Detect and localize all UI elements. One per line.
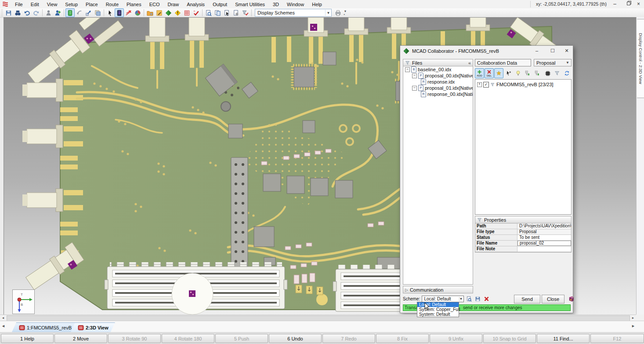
menu-place[interactable]: Place [82, 1, 102, 8]
tree-item-baseline[interactable]: − B baseline_00.idx [403, 66, 473, 73]
ok-diamond-icon[interactable] [164, 8, 173, 17]
display-wheel-icon[interactable] [133, 8, 142, 17]
fn-find-button[interactable]: 11 Find... [537, 334, 590, 343]
dialog-close-button[interactable]: ✕ [560, 46, 573, 55]
scroll-right-icon[interactable]: ► [630, 315, 636, 321]
scheme-option-local-default[interactable]: Local: Default [417, 302, 459, 307]
menu-output[interactable]: Output [209, 1, 231, 8]
mode-combo[interactable]: Proposal ▼ [534, 59, 572, 66]
tree-item-proposal-01[interactable]: − P proposal_01.idx[Native] [403, 85, 473, 91]
fn-help-button[interactable]: 1 Help [1, 334, 54, 343]
highlight-icon[interactable] [514, 68, 523, 78]
expand-section-icon[interactable]: ▷ [405, 288, 408, 292]
help-book-icon[interactable] [567, 295, 575, 303]
display-schemes-combo[interactable]: Display Schemes ▼ [255, 9, 332, 17]
tree-item-response-00[interactable]: R response_00.idx[Native] [403, 91, 473, 97]
find-icon[interactable] [13, 8, 22, 17]
undo-icon[interactable] [22, 8, 32, 17]
add-user-icon[interactable] [53, 8, 62, 17]
close-dialog-button[interactable]: Close [542, 295, 564, 304]
filter-check-icon[interactable] [241, 8, 250, 17]
show-modified-toggle[interactable] [494, 68, 503, 78]
restore-button[interactable] [623, 1, 630, 7]
tree-item-proposal-00[interactable]: − P proposal_00.idx[Native] [403, 73, 473, 79]
menu-edit[interactable]: Edit [27, 1, 43, 8]
tabs-scroll-left-icon[interactable]: ◄ [1, 324, 5, 328]
dialog-minimize-button[interactable]: – [530, 46, 543, 55]
chevron-down-icon[interactable]: ▼ [325, 10, 331, 16]
fn-move-button[interactable]: 2 Move [54, 334, 107, 343]
project-folder-icon[interactable] [145, 8, 155, 17]
menu-window[interactable]: Window [283, 1, 308, 8]
redo-icon[interactable] [32, 8, 41, 17]
checkbox-checked[interactable]: ✓ [483, 82, 489, 88]
tab-fmcomms5-revb[interactable]: 1:FMCOMMS5_revB [11, 322, 78, 333]
display-control-tab[interactable]: Display Control - 2:3D View [637, 19, 644, 98]
preview-scheme-icon[interactable] [465, 295, 473, 303]
collapse-panel-icon[interactable]: « [468, 60, 471, 66]
board-dark-icon[interactable] [115, 8, 124, 17]
page-select-icon[interactable] [222, 8, 232, 17]
collapse-tree-icon[interactable] [523, 68, 532, 78]
show-added-toggle[interactable]: ADD [475, 68, 484, 78]
tab-3d-view[interactable]: 2:3D View [70, 322, 115, 333]
menu-help[interactable]: Help [308, 1, 326, 8]
menu-eco[interactable]: ECO [145, 1, 164, 8]
menu-draw[interactable]: Draw [163, 1, 183, 8]
expand-node-icon[interactable]: + [477, 82, 482, 87]
delete-scheme-icon[interactable] [482, 295, 490, 303]
horizontal-scrollbar[interactable]: ◄ ► [0, 315, 636, 321]
files-panel-header[interactable]: Files « [403, 59, 473, 66]
save-scheme-icon[interactable] [474, 295, 481, 303]
copy-pages-icon[interactable] [213, 8, 222, 17]
properties-header[interactable]: Properties [475, 216, 572, 223]
drc-check-icon[interactable] [192, 8, 201, 17]
property-row-filenote[interactable]: File Note [475, 246, 571, 252]
property-row-filename[interactable]: File Nameproposal_02 [475, 241, 571, 246]
fn-undo-button[interactable]: 6 Undo [269, 334, 322, 343]
show-deleted-toggle[interactable]: DEL [485, 68, 494, 78]
toolbar-overflow-icon[interactable]: ▼▪ [343, 8, 348, 17]
zoom-page-icon[interactable] [204, 8, 213, 17]
save-icon[interactable] [4, 8, 13, 17]
send-button[interactable]: Send [514, 295, 540, 304]
board-view-icon[interactable] [65, 8, 75, 17]
menu-smart-utilities[interactable]: Smart Utilities [231, 1, 269, 8]
scheme-option-system-default[interactable]: System: Default [417, 312, 459, 317]
refresh-icon[interactable] [562, 68, 572, 78]
export-icon[interactable] [84, 8, 93, 17]
unroute-icon[interactable] [124, 8, 133, 17]
select-new-icon[interactable] [504, 68, 513, 78]
communication-header[interactable]: ▷ Communication [403, 286, 473, 293]
pull-user-icon[interactable] [44, 8, 53, 17]
collab-tree-root[interactable]: + ✓ FMCOMMS5_revB [23/23] [475, 80, 571, 88]
layers-icon[interactable] [93, 8, 102, 17]
select-cursor-icon[interactable] [105, 8, 115, 17]
close-button[interactable]: × [635, 1, 642, 7]
filter-icon[interactable] [553, 68, 562, 78]
back-icon[interactable] [75, 8, 84, 17]
menu-3d[interactable]: 3D [269, 1, 283, 8]
component-icon[interactable] [543, 68, 552, 78]
tree-item-response[interactable]: R response.idx [403, 79, 473, 85]
minimize-button[interactable]: – [611, 1, 619, 7]
expand-tree-icon[interactable] [533, 68, 542, 78]
scroll-left-icon[interactable]: ◄ [0, 315, 6, 321]
dialog-maximize-button[interactable]: ☐ [546, 46, 559, 55]
scheme-option-system-copper-full[interactable]: System: Copper_Full [417, 307, 459, 312]
menu-analysis[interactable]: Analysis [183, 1, 209, 8]
drc-grid-icon[interactable] [182, 8, 192, 17]
menu-setup[interactable]: Setup [61, 1, 82, 8]
warning-diamond-icon[interactable] [173, 8, 182, 17]
menu-view[interactable]: View [43, 1, 62, 8]
menu-planes[interactable]: Planes [123, 1, 145, 8]
print-icon[interactable] [333, 8, 343, 17]
menu-file[interactable]: File [11, 1, 27, 8]
collapse-node-icon[interactable]: − [412, 86, 417, 91]
tabs-scroll-right-icon[interactable]: ► [631, 324, 635, 328]
collapse-node-icon[interactable]: − [412, 73, 417, 78]
collapse-node-icon[interactable]: − [405, 67, 410, 72]
menu-route[interactable]: Route [102, 1, 123, 8]
edit-notes-icon[interactable] [155, 8, 164, 17]
scheme-combo[interactable]: Local: Default ▼ [422, 296, 464, 302]
